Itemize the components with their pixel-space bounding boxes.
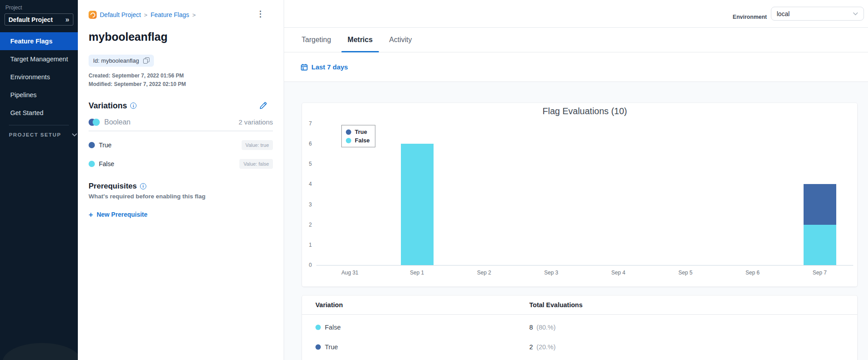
variation-color-dot xyxy=(315,325,321,330)
legend-label: False xyxy=(355,136,370,145)
prerequisites-description: What's required before enabling this fla… xyxy=(89,193,273,200)
kebab-menu-icon[interactable]: ⋮ xyxy=(256,10,264,18)
x-axis-label-sep-2: Sep 2 xyxy=(451,270,518,276)
project-setup-label: PROJECT SETUP xyxy=(9,132,61,137)
filter-bar: Last 7 days xyxy=(284,52,868,82)
y-axis-tick-3: 3 xyxy=(302,201,312,208)
project-selector-value: Default Project xyxy=(9,16,53,23)
breadcrumb-separator: > xyxy=(144,12,148,18)
main-header: Environment local xyxy=(284,0,868,28)
environment-label: Environment xyxy=(733,14,767,20)
legend-dot-false xyxy=(346,138,351,143)
tab-metrics[interactable]: Metrics xyxy=(347,28,374,52)
environment-value: local xyxy=(777,10,790,17)
flag-title: mybooleanflag xyxy=(89,30,273,43)
main-area: Environment local TargetingMetricsActivi… xyxy=(284,0,868,360)
y-axis-tick-7: 7 xyxy=(302,120,312,127)
x-axis-label-sep-1: Sep 1 xyxy=(383,270,451,276)
new-prerequisite-button[interactable]: + New Prerequisite xyxy=(89,211,148,219)
breadcrumb-links: Default Project>Feature Flags> xyxy=(100,11,196,18)
variation-type-row: Boolean 2 variations xyxy=(89,118,273,126)
sidebar-divider xyxy=(9,125,69,125)
y-axis-tick-2: 2 xyxy=(302,221,312,228)
total-count: 2 xyxy=(529,343,533,351)
variation-row-left: True xyxy=(89,141,111,149)
sidebar-item-feature-flags[interactable]: Feature Flags xyxy=(0,32,78,50)
sidebar-item-get-started[interactable]: Get Started xyxy=(0,104,78,122)
table-row-false: False8 (80.%) xyxy=(302,317,857,337)
info-icon[interactable]: i xyxy=(140,183,146,189)
breadcrumb-link-default-project[interactable]: Default Project xyxy=(100,11,141,18)
bar-sep-7-true xyxy=(804,184,836,224)
created-timestamp: Created: September 7, 2022 01:56 PM xyxy=(89,72,273,80)
sidebar: Project Default Project » Feature FlagsT… xyxy=(0,0,78,360)
variation-color-dot xyxy=(315,344,321,350)
variation-value-badge: Value: true xyxy=(242,140,273,150)
column-total-evaluations: Total Evaluations xyxy=(529,301,857,309)
project-expand-icon[interactable]: » xyxy=(65,16,69,23)
y-axis-tick-5: 5 xyxy=(302,160,312,167)
chevron-down-icon xyxy=(72,133,77,137)
prerequisites-heading: Prerequisites i xyxy=(89,182,273,191)
flag-evaluations-chart: Flag Evaluations (10) TrueFalse 01234567… xyxy=(302,103,857,287)
app-logo-icon xyxy=(89,11,97,19)
table-cell-total: 8 (80.%) xyxy=(529,324,857,331)
chart-legend: TrueFalse xyxy=(341,125,375,147)
y-axis-tick-0: 0 xyxy=(302,261,312,269)
tab-targeting[interactable]: Targeting xyxy=(301,28,332,52)
flag-detail-panel: Default Project>Feature Flags> ⋮ myboole… xyxy=(78,0,284,360)
x-axis-label-sep-5: Sep 5 xyxy=(652,270,719,276)
table-cell-variation: True xyxy=(315,343,529,351)
variation-type-label: Boolean xyxy=(104,118,131,126)
date-range-button[interactable]: Last 7 days xyxy=(301,63,348,71)
project-selector[interactable]: Default Project » xyxy=(4,13,73,26)
table-body: False8 (80.%)True2 (20.%) xyxy=(302,315,857,357)
flag-id-badge[interactable]: Id: mybooleanflag xyxy=(89,55,154,67)
variations-divider xyxy=(89,131,273,131)
edit-variations-button[interactable] xyxy=(259,102,267,112)
tab-activity[interactable]: Activity xyxy=(388,28,413,52)
variations-heading: Variations i xyxy=(89,101,273,111)
sidebar-item-target-management[interactable]: Target Management xyxy=(0,50,78,68)
y-axis-tick-6: 6 xyxy=(302,140,312,147)
breadcrumb-link-feature-flags[interactable]: Feature Flags xyxy=(150,11,189,18)
variation-list: TrueValue: trueFalseValue: false xyxy=(89,140,273,169)
bar-sep-7-false xyxy=(804,225,836,265)
total-share: (20.%) xyxy=(535,343,556,351)
sidebar-nav: Feature FlagsTarget ManagementEnvironmen… xyxy=(0,32,78,122)
total-share: (80.%) xyxy=(535,324,556,331)
table-header: Variation Total Evaluations xyxy=(302,296,857,315)
y-axis-tick-1: 1 xyxy=(302,241,312,249)
variation-count: 2 variations xyxy=(238,118,273,126)
variation-name: False xyxy=(99,160,114,167)
variation-color-dot xyxy=(89,142,95,148)
x-axis-label-sep-7: Sep 7 xyxy=(786,270,853,276)
variation-row-left: False xyxy=(89,160,114,167)
project-label: Project xyxy=(5,4,78,11)
sidebar-item-pipelines[interactable]: Pipelines xyxy=(0,86,78,104)
column-variation: Variation xyxy=(315,301,529,309)
bar-sep-1-false xyxy=(401,144,434,265)
variation-name: True xyxy=(99,141,111,149)
flag-id-text: Id: mybooleanflag xyxy=(93,57,139,64)
app-window: Project Default Project » Feature FlagsT… xyxy=(0,0,868,360)
pencil-icon xyxy=(259,102,267,110)
chat-widget-bubble[interactable] xyxy=(3,343,78,360)
copy-icon[interactable] xyxy=(143,57,149,64)
table-cell-variation: False xyxy=(315,324,529,331)
sidebar-item-environments[interactable]: Environments xyxy=(0,68,78,86)
sidebar-section-project-setup[interactable]: PROJECT SETUP xyxy=(0,132,78,137)
table-row-true: True2 (20.%) xyxy=(302,337,857,357)
chart-title: Flag Evaluations (10) xyxy=(316,106,853,116)
modified-timestamp: Modified: September 7, 2022 02:10 PM xyxy=(89,80,273,89)
plus-icon: + xyxy=(89,211,93,219)
breadcrumb-separator: > xyxy=(192,12,196,18)
legend-dot-true xyxy=(346,129,351,135)
legend-item-false[interactable]: False xyxy=(346,136,370,145)
legend-item-true[interactable]: True xyxy=(346,128,370,136)
evaluations-table: Variation Total Evaluations False8 (80.%… xyxy=(302,296,857,360)
calendar-icon xyxy=(301,64,308,71)
environment-select[interactable]: local xyxy=(771,7,864,21)
info-icon[interactable]: i xyxy=(130,103,136,109)
table-cell-total: 2 (20.%) xyxy=(529,343,857,351)
